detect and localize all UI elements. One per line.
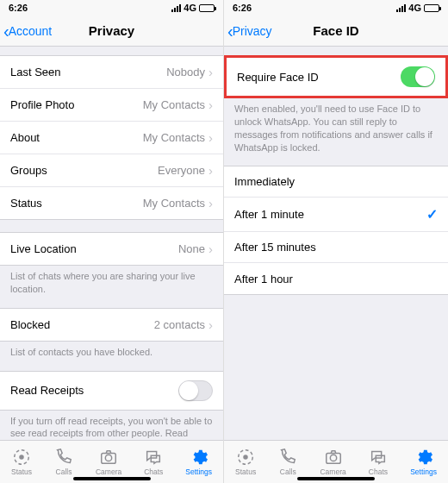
row-value: None: [178, 242, 205, 255]
face-id-screen: 6:26 4G ‹ Privacy Face ID Require Face I…: [224, 0, 448, 483]
row-label: After 1 hour: [234, 273, 293, 285]
tab-chats[interactable]: Chats: [369, 448, 388, 476]
row-label: After 1 minute: [234, 208, 304, 221]
camera-icon: [324, 448, 343, 467]
camera-icon: [99, 448, 118, 467]
status-time: 6:26: [9, 3, 28, 13]
back-button[interactable]: ‹ Privacy: [227, 22, 272, 40]
status-icon: [12, 448, 31, 467]
row-label: Status: [10, 197, 42, 210]
privacy-screen: 6:26 4G ‹ Account Privacy Last Seen Nobo…: [0, 0, 224, 483]
delay-options-section: Immediately After 1 minute ✓ After 15 mi…: [224, 166, 448, 295]
require-face-id-toggle[interactable]: [401, 66, 435, 87]
read-receipts-toggle[interactable]: [178, 380, 213, 401]
chevron-right-icon: ›: [208, 130, 213, 145]
row-label: Profile Photo: [10, 98, 74, 111]
nav-bar: ‹ Privacy Face ID: [224, 16, 448, 47]
tab-status[interactable]: Status: [11, 448, 32, 476]
page-title: Face ID: [313, 23, 358, 38]
svg-point-1: [19, 455, 24, 460]
back-label: Account: [9, 24, 53, 38]
row-read-receipts[interactable]: Read Receipts: [0, 372, 223, 410]
require-face-id-footer: When enabled, you'll need to use Face ID…: [224, 98, 448, 154]
row-about[interactable]: About My Contacts›: [0, 122, 223, 154]
row-value: My Contacts: [143, 197, 205, 210]
row-profile-photo[interactable]: Profile Photo My Contacts›: [0, 89, 223, 122]
tab-settings[interactable]: Settings: [185, 448, 212, 476]
status-icon: [236, 448, 255, 467]
tab-label: Calls: [280, 467, 296, 476]
tab-label: Status: [235, 467, 256, 476]
svg-point-5: [243, 455, 248, 460]
row-status[interactable]: Status My Contacts›: [0, 187, 223, 219]
read-receipts-footer: If you turn off read receipts, you won't…: [0, 411, 223, 440]
status-network: 4G: [184, 3, 196, 13]
signal-icon: [171, 4, 181, 12]
tab-label: Chats: [369, 467, 388, 476]
blocked-footer: List of contacts you have blocked.: [0, 342, 223, 359]
battery-icon: [199, 4, 215, 12]
tab-label: Settings: [410, 467, 437, 476]
row-value: Nobody: [166, 66, 205, 78]
row-live-location[interactable]: Live Location None›: [0, 233, 223, 265]
privacy-section-1: Last Seen Nobody› Profile Photo My Conta…: [0, 55, 223, 220]
row-label: After 15 minutes: [234, 241, 316, 254]
row-option-1-hour[interactable]: After 1 hour: [224, 263, 448, 294]
row-require-face-id[interactable]: Require Face ID: [227, 58, 445, 96]
chevron-right-icon: ›: [208, 163, 213, 178]
row-label: Require Face ID: [237, 71, 319, 84]
row-label: About: [10, 131, 40, 144]
row-value: 2 contacts: [154, 318, 205, 331]
read-receipts-section: Read Receipts: [0, 371, 223, 411]
tab-status[interactable]: Status: [235, 448, 256, 476]
phone-icon: [54, 448, 73, 467]
row-value: My Contacts: [143, 98, 205, 111]
tab-label: Calls: [56, 467, 72, 476]
chevron-right-icon: ›: [208, 196, 213, 210]
nav-bar: ‹ Account Privacy: [0, 16, 223, 47]
row-blocked[interactable]: Blocked 2 contacts›: [0, 309, 223, 341]
tab-calls[interactable]: Calls: [278, 448, 297, 476]
content: Last Seen Nobody› Profile Photo My Conta…: [0, 47, 223, 440]
svg-point-7: [330, 455, 336, 461]
home-indicator[interactable]: [73, 477, 151, 480]
gear-icon: [190, 448, 208, 467]
row-option-1-minute[interactable]: After 1 minute ✓: [224, 198, 448, 232]
gear-icon: [414, 448, 433, 467]
row-last-seen[interactable]: Last Seen Nobody›: [0, 56, 223, 89]
tab-label: Chats: [144, 467, 163, 476]
chevron-right-icon: ›: [208, 65, 213, 79]
require-face-id-section: Require Face ID: [224, 55, 448, 98]
row-option-immediately[interactable]: Immediately: [224, 166, 448, 198]
tab-camera[interactable]: Camera: [96, 448, 121, 476]
tab-label: Status: [11, 467, 32, 476]
tab-camera[interactable]: Camera: [320, 448, 345, 476]
row-option-15-minutes[interactable]: After 15 minutes: [224, 232, 448, 263]
home-indicator[interactable]: [297, 477, 375, 480]
row-label: Blocked: [10, 318, 50, 331]
row-label: Live Location: [10, 242, 77, 255]
tab-calls[interactable]: Calls: [54, 448, 73, 476]
signal-icon: [396, 4, 406, 12]
row-groups[interactable]: Groups Everyone›: [0, 154, 223, 187]
svg-point-3: [105, 455, 111, 461]
row-label: Read Receipts: [10, 384, 84, 397]
live-location-section: Live Location None›: [0, 232, 223, 266]
status-network: 4G: [408, 3, 421, 13]
chats-icon: [144, 448, 163, 467]
tab-label: Camera: [96, 467, 121, 476]
back-button[interactable]: ‹ Account: [3, 22, 52, 40]
live-location-footer: List of chats where you are sharing your…: [0, 266, 223, 296]
chats-icon: [369, 448, 388, 467]
tab-label: Settings: [185, 467, 212, 476]
phone-icon: [278, 448, 297, 467]
tab-chats[interactable]: Chats: [144, 448, 163, 476]
page-title: Privacy: [89, 23, 134, 38]
status-bar: 6:26 4G: [224, 0, 448, 16]
row-label: Groups: [10, 164, 47, 177]
status-bar: 6:26 4G: [0, 0, 223, 16]
checkmark-icon: ✓: [426, 206, 438, 223]
tab-settings[interactable]: Settings: [410, 448, 437, 476]
chevron-right-icon: ›: [208, 317, 213, 332]
chevron-right-icon: ›: [208, 97, 213, 112]
